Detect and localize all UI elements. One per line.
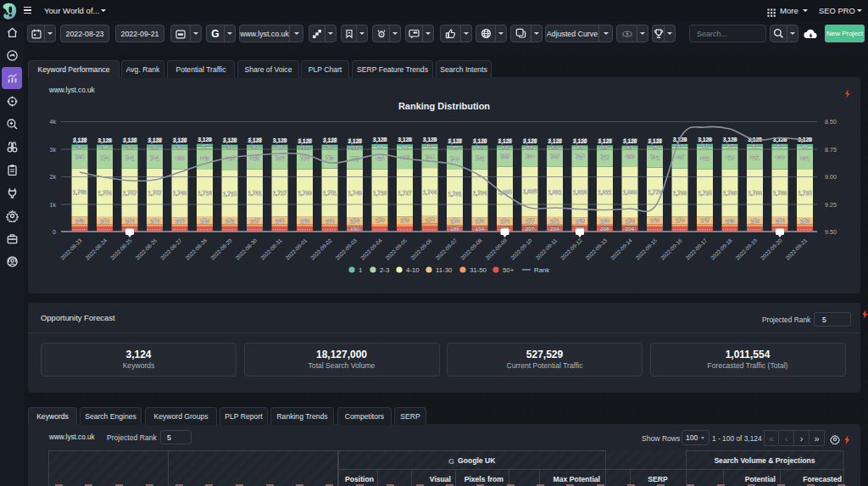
- svg-text:8.50: 8.50: [825, 118, 837, 126]
- svg-text:725: 725: [576, 154, 585, 159]
- svg-text:2022-08-25: 2022-08-25: [109, 237, 133, 260]
- svg-text:1,739: 1,739: [673, 190, 687, 196]
- svg-text:2022-09-14: 2022-09-14: [609, 237, 633, 260]
- svg-text:207: 207: [526, 226, 535, 232]
- svg-text:268: 268: [600, 218, 609, 224]
- svg-text:765: 765: [75, 154, 85, 160]
- svg-text:822: 822: [700, 155, 709, 161]
- svg-text:1,826: 1,826: [523, 188, 537, 194]
- svg-text:732: 732: [650, 154, 659, 160]
- svg-text:188: 188: [450, 226, 459, 232]
- svg-text:810: 810: [250, 155, 259, 161]
- svg-text:263: 263: [75, 218, 85, 224]
- svg-text:2022-08-27: 2022-08-27: [159, 237, 183, 260]
- svg-text:4k: 4k: [49, 118, 56, 126]
- svg-text:208: 208: [600, 226, 609, 232]
- svg-text:1,710: 1,710: [373, 190, 387, 196]
- svg-text:88: 88: [802, 143, 808, 149]
- svg-text:259: 259: [200, 218, 209, 224]
- svg-text:Ranking Distribution: Ranking Distribution: [398, 101, 490, 111]
- svg-text:190: 190: [350, 226, 359, 232]
- svg-text:2022-09-09: 2022-09-09: [484, 237, 508, 260]
- svg-text:204: 204: [550, 226, 559, 232]
- svg-text:1,734: 1,734: [473, 190, 487, 196]
- svg-text:94: 94: [102, 143, 108, 149]
- svg-text:1,754: 1,754: [98, 190, 112, 196]
- svg-text:2022-08-24: 2022-08-24: [84, 237, 108, 260]
- svg-text:1,725: 1,725: [698, 190, 712, 196]
- svg-text:3k: 3k: [49, 146, 56, 154]
- svg-text:2022-09-02: 2022-09-02: [309, 237, 333, 260]
- svg-text:1,738: 1,738: [748, 190, 762, 196]
- svg-text:1,740: 1,740: [348, 190, 362, 196]
- svg-text:256: 256: [776, 218, 785, 224]
- svg-text:785: 785: [426, 154, 435, 160]
- svg-text:776: 776: [300, 155, 309, 161]
- svg-text:2022-08-31: 2022-08-31: [259, 237, 283, 260]
- svg-text:1,748: 1,748: [173, 190, 186, 196]
- svg-text:2022-09-17: 2022-09-17: [684, 237, 708, 260]
- svg-text:2022-09-05: 2022-09-05: [384, 237, 408, 260]
- svg-text:270: 270: [376, 217, 385, 223]
- svg-text:2022-09-13: 2022-09-13: [584, 237, 608, 260]
- svg-text:275: 275: [426, 217, 435, 223]
- svg-text:271: 271: [550, 218, 559, 224]
- svg-text:1,839: 1,839: [623, 189, 637, 195]
- svg-text:2022-08-30: 2022-08-30: [234, 237, 258, 260]
- svg-text:92: 92: [127, 143, 133, 149]
- svg-text:50+: 50+: [503, 266, 515, 274]
- svg-text:792: 792: [476, 155, 485, 161]
- svg-text:83: 83: [777, 142, 783, 148]
- svg-text:87: 87: [202, 142, 208, 148]
- svg-text:9.50: 9.50: [825, 228, 837, 236]
- svg-text:11-30: 11-30: [436, 266, 453, 274]
- svg-text:707: 707: [500, 154, 509, 159]
- svg-text:824: 824: [376, 155, 385, 161]
- svg-text:781: 781: [125, 155, 135, 161]
- svg-text:2022-09-11: 2022-09-11: [534, 237, 558, 260]
- svg-text:1,751: 1,751: [323, 190, 337, 196]
- svg-text:800: 800: [175, 155, 185, 161]
- svg-text:254: 254: [100, 218, 109, 224]
- svg-text:274: 274: [500, 218, 509, 224]
- svg-text:1,831: 1,831: [548, 189, 562, 195]
- svg-text:264: 264: [326, 218, 335, 224]
- svg-text:1,733: 1,733: [723, 190, 737, 196]
- svg-text:2022-09-08: 2022-09-08: [459, 237, 483, 260]
- svg-text:796: 796: [275, 155, 285, 161]
- svg-text:2022-08-26: 2022-08-26: [134, 237, 158, 260]
- svg-text:2022-09-01: 2022-09-01: [284, 237, 308, 260]
- svg-text:2022-09-16: 2022-09-16: [659, 237, 683, 260]
- svg-text:254: 254: [150, 218, 159, 224]
- svg-text:2022-09-04: 2022-09-04: [359, 237, 383, 260]
- svg-text:260: 260: [576, 218, 585, 224]
- svg-text:2022-08-23: 2022-08-23: [59, 237, 83, 260]
- svg-text:91: 91: [702, 142, 708, 148]
- svg-text:843: 843: [200, 155, 209, 161]
- svg-text:270: 270: [626, 218, 635, 224]
- svg-text:1,730: 1,730: [298, 190, 312, 196]
- svg-text:84: 84: [402, 143, 408, 149]
- svg-text:690: 690: [626, 154, 635, 159]
- svg-text:1,725: 1,725: [798, 190, 812, 196]
- svg-text:2022-09-12: 2022-09-12: [559, 237, 583, 260]
- svg-text:2022-09-15: 2022-09-15: [634, 237, 658, 260]
- svg-text:1,716: 1,716: [198, 190, 212, 196]
- svg-text:90: 90: [77, 143, 83, 149]
- svg-text:2022-08-29: 2022-08-29: [209, 237, 233, 260]
- svg-text:9.00: 9.00: [825, 173, 837, 181]
- svg-text:90: 90: [177, 143, 183, 149]
- svg-text:2022-09-19: 2022-09-19: [734, 237, 758, 260]
- svg-text:0: 0: [53, 228, 56, 236]
- svg-text:246: 246: [175, 218, 185, 224]
- svg-text:1,744: 1,744: [423, 189, 437, 195]
- svg-text:1,778: 1,778: [648, 189, 662, 195]
- svg-text:90: 90: [252, 143, 258, 149]
- svg-text:1,757: 1,757: [123, 190, 136, 196]
- svg-text:1: 1: [359, 266, 362, 274]
- svg-text:773: 773: [326, 155, 335, 161]
- svg-text:1,731: 1,731: [248, 190, 262, 196]
- svg-text:830: 830: [776, 154, 785, 160]
- svg-text:1,757: 1,757: [148, 190, 162, 196]
- svg-text:2022-09-07: 2022-09-07: [434, 237, 458, 260]
